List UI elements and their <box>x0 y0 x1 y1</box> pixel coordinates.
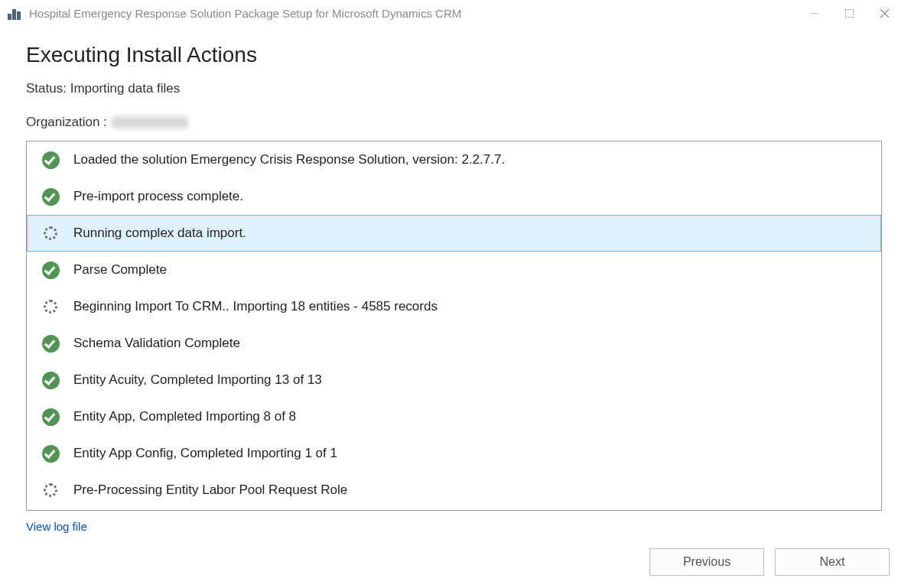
log-row[interactable]: Pre-Processing Entity Labor Pool Request… <box>27 472 881 508</box>
log-row[interactable]: Entity Acuity, Completed Importing 13 of… <box>27 362 881 398</box>
page-title: Executing Install Actions <box>26 43 882 67</box>
organization-value-redacted <box>112 116 188 128</box>
spinner-icon <box>41 481 60 499</box>
status-line: Status: Importing data files <box>26 81 882 96</box>
maximize-button <box>832 2 867 24</box>
window-controls <box>796 2 902 24</box>
check-icon <box>41 187 60 206</box>
log-row[interactable]: Pre-import process complete. <box>27 178 881 215</box>
close-icon <box>880 9 889 18</box>
log-text: Beginning Import To CRM.. Importing 18 e… <box>73 299 438 314</box>
check-icon <box>41 151 60 169</box>
check-icon <box>41 408 60 426</box>
log-row[interactable]: Entity App Config, Completed Importing 1… <box>27 435 881 472</box>
log-row[interactable]: Loaded the solution Emergency Crisis Res… <box>27 141 881 178</box>
check-icon <box>41 371 60 389</box>
log-text: Parse Complete <box>73 262 167 278</box>
check-icon <box>41 444 60 463</box>
organization-label: Organization : <box>26 115 107 130</box>
spinner-icon <box>41 297 60 316</box>
log-text: Entity App Config, Completed Importing 1… <box>73 446 337 461</box>
window-title: Hospital Emergency Response Solution Pac… <box>29 7 461 20</box>
log-row[interactable]: Schema Validation Complete <box>27 325 881 362</box>
spinner-icon <box>41 224 60 242</box>
wizard-footer: Previous Next <box>649 548 890 576</box>
maximize-icon <box>845 9 854 18</box>
log-text: Pre-Processing Entity Labor Pool Request… <box>73 482 347 498</box>
install-log[interactable]: Loaded the solution Emergency Crisis Res… <box>26 141 882 511</box>
svg-rect-1 <box>845 9 853 17</box>
next-button[interactable]: Next <box>775 548 890 576</box>
check-icon <box>41 334 60 352</box>
log-text: Schema Validation Complete <box>73 336 240 351</box>
log-row[interactable]: Running complex data import. <box>27 215 881 252</box>
minimize-button[interactable] <box>796 2 832 24</box>
view-log-link[interactable]: View log file <box>26 520 87 533</box>
log-row[interactable]: Parse Complete <box>27 252 881 288</box>
content-area: Executing Install Actions Status: Import… <box>0 26 908 533</box>
status-label: Status: <box>26 81 67 96</box>
check-icon <box>41 261 60 279</box>
status-value: Importing data files <box>70 81 181 96</box>
log-row[interactable]: Entity App, Completed Importing 8 of 8 <box>27 398 881 435</box>
log-text: Entity Acuity, Completed Importing 13 of… <box>73 372 322 388</box>
log-text: Running complex data import. <box>73 226 246 241</box>
log-text: Entity App, Completed Importing 8 of 8 <box>73 409 296 424</box>
log-text: Loaded the solution Emergency Crisis Res… <box>73 152 505 167</box>
organization-line: Organization : <box>26 115 882 130</box>
log-row[interactable]: Beginning Import To CRM.. Importing 18 e… <box>27 288 881 325</box>
minimize-icon <box>810 9 819 18</box>
close-button[interactable] <box>867 2 902 24</box>
previous-button[interactable]: Previous <box>649 548 764 576</box>
title-bar: Hospital Emergency Response Solution Pac… <box>0 0 908 26</box>
log-text: Pre-import process complete. <box>73 189 243 204</box>
app-icon <box>8 6 23 20</box>
